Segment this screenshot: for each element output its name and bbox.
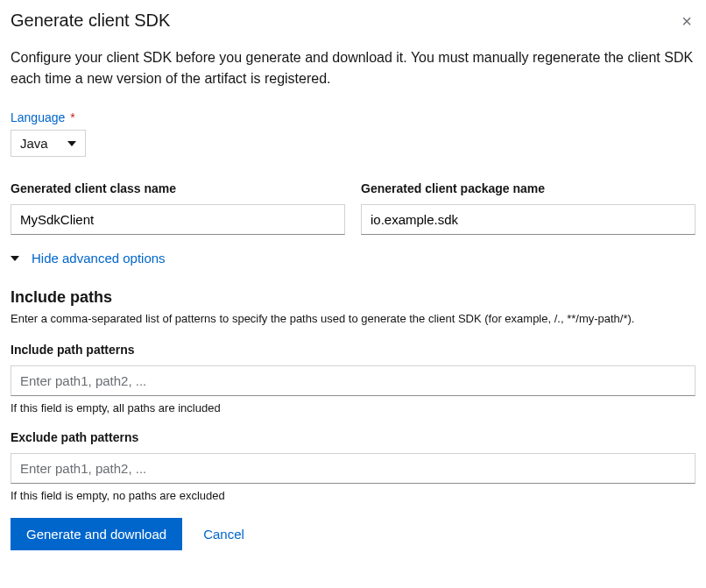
advanced-toggle[interactable]: Hide advanced options (11, 251, 166, 266)
language-select-value: Java (20, 136, 55, 151)
language-label-text: Language (11, 110, 65, 124)
classname-label: Generated client class name (11, 181, 345, 195)
advanced-toggle-label: Hide advanced options (32, 251, 166, 266)
include-patterns-input[interactable] (11, 365, 695, 396)
packagename-label: Generated client package name (361, 181, 695, 195)
dialog-title: Generate client SDK (11, 11, 170, 31)
include-paths-description: Enter a comma-separated list of patterns… (11, 312, 695, 325)
chevron-down-icon (11, 251, 19, 266)
dialog-description: Configure your client SDK before you gen… (11, 47, 695, 89)
language-label: Language * (11, 110, 695, 124)
close-icon: × (681, 11, 692, 31)
generate-download-button[interactable]: Generate and download (11, 518, 182, 550)
caret-down-icon (67, 137, 76, 151)
include-patterns-label: Include path patterns (11, 343, 695, 357)
required-star-icon: * (70, 110, 74, 124)
language-select[interactable]: Java (11, 130, 86, 157)
include-paths-title: Include paths (11, 288, 695, 307)
advanced-section: Include paths Enter a comma-separated li… (11, 288, 695, 502)
cancel-button[interactable]: Cancel (198, 518, 250, 550)
include-patterns-hint: If this field is empty, all paths are in… (11, 401, 695, 414)
packagename-input[interactable] (361, 204, 695, 235)
close-button[interactable]: × (678, 11, 695, 32)
classname-input[interactable] (11, 204, 345, 235)
exclude-patterns-input[interactable] (11, 453, 695, 484)
exclude-patterns-hint: If this field is empty, no paths are exc… (11, 489, 695, 502)
exclude-patterns-label: Exclude path patterns (11, 430, 695, 444)
